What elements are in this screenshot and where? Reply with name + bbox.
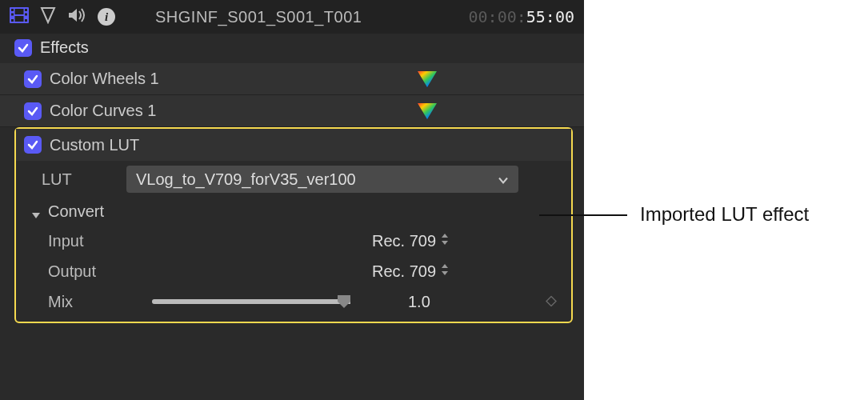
effect-enable-checkbox[interactable] <box>24 70 42 88</box>
slider-thumb[interactable] <box>336 294 352 310</box>
header-icons: i <box>10 6 115 28</box>
input-param-row: Input Rec. 709 <box>16 226 571 256</box>
mix-param-row: Mix 1.0 <box>16 286 571 317</box>
timecode: 00:00:55:00 <box>469 7 574 26</box>
input-label: Input <box>48 232 144 250</box>
svg-rect-4 <box>25 9 27 11</box>
effect-enable-checkbox[interactable] <box>24 102 42 120</box>
timecode-dim: 00:00: <box>469 7 526 26</box>
chevron-down-icon <box>498 170 509 189</box>
svg-rect-1 <box>11 9 14 11</box>
output-value-select[interactable]: Rec. 709 <box>372 262 449 281</box>
info-tab-icon[interactable]: i <box>98 8 115 26</box>
effects-section-header[interactable]: Effects <box>0 34 584 63</box>
effects-label: Effects <box>40 38 89 57</box>
convert-group-header[interactable]: Convert <box>16 198 571 226</box>
effect-name: Color Wheels 1 <box>50 70 159 88</box>
effects-enable-checkbox[interactable] <box>14 39 32 57</box>
color-preset-icon[interactable] <box>416 102 438 121</box>
lut-label: LUT <box>42 170 106 189</box>
effect-name: Custom LUT <box>50 136 139 154</box>
keyframe-icon[interactable] <box>546 293 557 311</box>
output-param-row: Output Rec. 709 <box>16 256 571 286</box>
callout-line <box>539 214 627 216</box>
svg-rect-7 <box>15 9 24 14</box>
audio-tab-icon[interactable] <box>67 7 86 27</box>
effect-row-custom-lut[interactable]: Custom LUT <box>16 129 571 161</box>
stepper-icon[interactable] <box>441 232 449 250</box>
effect-row-color-wheels[interactable]: Color Wheels 1 <box>0 63 584 95</box>
mix-label: Mix <box>48 293 144 311</box>
effect-row-color-curves[interactable]: Color Curves 1 <box>0 95 584 127</box>
mix-value[interactable]: 1.0 <box>408 293 430 311</box>
svg-rect-5 <box>25 13 27 15</box>
svg-rect-8 <box>15 16 24 22</box>
clip-name: SHGINF_S001_S001_T001 <box>155 8 362 26</box>
inspector-panel: i SHGINF_S001_S001_T001 00:00:55:00 Effe… <box>0 0 584 400</box>
inspector-header: i SHGINF_S001_S001_T001 00:00:55:00 <box>0 0 584 34</box>
lut-select-value: VLog_to_V709_forV35_ver100 <box>136 170 356 189</box>
effect-name: Color Curves 1 <box>50 102 156 120</box>
lut-select[interactable]: VLog_to_V709_forV35_ver100 <box>126 166 518 193</box>
output-label: Output <box>48 262 144 281</box>
svg-rect-3 <box>11 19 14 22</box>
lut-select-row: LUT VLog_to_V709_forV35_ver100 <box>16 161 571 198</box>
stepper-icon[interactable] <box>441 262 449 281</box>
disclosure-triangle-icon[interactable] <box>30 206 42 218</box>
svg-rect-6 <box>25 19 27 22</box>
slider-fill <box>152 299 350 304</box>
svg-rect-2 <box>11 13 14 15</box>
custom-lut-section: Custom LUT LUT VLog_to_V709_forV35_ver10… <box>14 127 573 323</box>
callout-text: Imported LUT effect <box>640 203 809 226</box>
color-preset-icon[interactable] <box>416 70 438 89</box>
color-tab-icon[interactable] <box>40 6 56 28</box>
video-tab-icon[interactable] <box>10 7 29 27</box>
effect-enable-checkbox[interactable] <box>24 136 42 154</box>
output-value: Rec. 709 <box>372 262 436 281</box>
mix-slider[interactable] <box>152 299 350 304</box>
input-value-select[interactable]: Rec. 709 <box>372 232 449 250</box>
timecode-bright: 55:00 <box>526 7 574 26</box>
convert-label: Convert <box>48 202 104 221</box>
input-value: Rec. 709 <box>372 232 436 250</box>
